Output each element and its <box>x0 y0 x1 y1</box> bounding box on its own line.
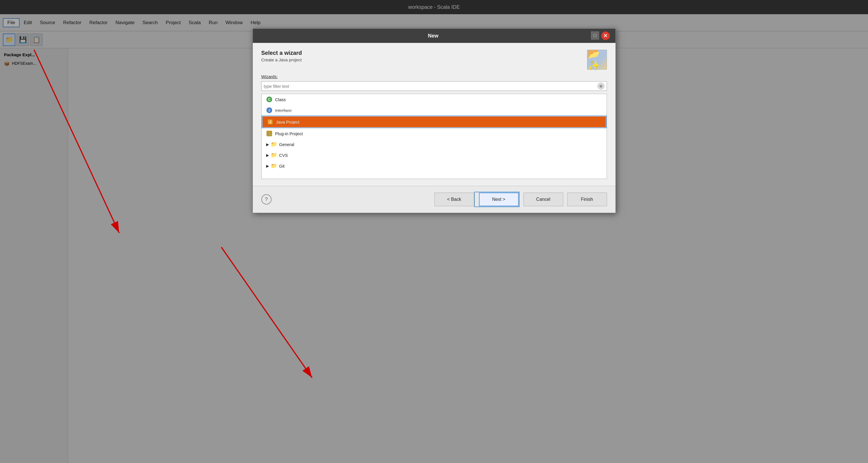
java-project-highlight: J Java Project <box>261 116 607 128</box>
wizard-item-plugin[interactable]: 🔧 Plug-in Project <box>261 128 607 139</box>
wizard-item-java-project[interactable]: J Java Project <box>262 116 606 127</box>
wizard-group-cvs[interactable]: ▶ 📁 CVS <box>261 150 607 161</box>
cancel-button[interactable]: Cancel <box>524 193 563 206</box>
class-label: Class <box>275 97 286 102</box>
new-wizard-dialog: New □ ✕ Select a wizard Create a Java pr… <box>252 28 616 213</box>
dialog-subheading: Create a Java project <box>261 57 302 62</box>
general-icon: 📁 <box>271 141 277 147</box>
filter-row: ⊗ <box>261 81 607 91</box>
git-icon: 📁 <box>271 163 277 169</box>
wizard-item-interface[interactable]: I Interface <box>261 105 607 116</box>
wizard-group-general[interactable]: ▶ 📁 General <box>261 139 607 150</box>
filter-input[interactable] <box>264 84 597 89</box>
finish-button[interactable]: Finish <box>567 193 607 206</box>
dialog-titlebar-controls: □ ✕ <box>591 31 610 40</box>
cvs-label: CVS <box>279 153 288 157</box>
svg-text:C: C <box>268 98 271 102</box>
wizard-item-class[interactable]: C Class <box>261 94 607 105</box>
svg-text:🔧: 🔧 <box>268 132 271 136</box>
java-project-icon: J <box>267 119 273 125</box>
wizard-group-git[interactable]: ▶ 📁 Git <box>261 161 607 171</box>
dialog-title: New <box>276 33 591 39</box>
dialog-titlebar: New □ ✕ <box>253 29 616 43</box>
cvs-icon: 📁 <box>271 152 277 158</box>
wizard-icon-glyph: 📂✨ <box>587 48 607 71</box>
dialog-footer: ? < Back Next > Cancel Finish <box>253 186 616 213</box>
dialog-heading: Select a wizard <box>261 50 302 56</box>
interface-icon: I <box>266 107 272 113</box>
dialog-maximize-btn[interactable]: □ <box>591 31 599 39</box>
wizard-list: C Class I Interface <box>261 94 607 179</box>
java-project-label: Java Project <box>276 120 300 124</box>
next-button-highlight: Next > <box>474 192 520 207</box>
interface-label: Interface <box>275 108 292 113</box>
main-area: Package Expl... 📦 HDFSExam... New □ ✕ <box>0 48 868 463</box>
modal-overlay: New □ ✕ Select a wizard Create a Java pr… <box>0 0 868 463</box>
plugin-icon: 🔧 <box>266 131 272 137</box>
git-arrow: ▶ <box>266 164 269 168</box>
svg-text:I: I <box>269 109 270 112</box>
plugin-label: Plug-in Project <box>275 131 303 136</box>
help-button[interactable]: ? <box>261 194 272 204</box>
svg-text:J: J <box>269 120 271 124</box>
wizard-icon: 📂✨ <box>587 50 607 69</box>
git-label: Git <box>279 164 285 169</box>
dialog-header-row: Select a wizard Create a Java project 📂✨ <box>261 50 607 69</box>
dialog-close-btn[interactable]: ✕ <box>601 31 610 40</box>
general-arrow: ▶ <box>266 142 269 147</box>
cvs-arrow: ▶ <box>266 153 269 157</box>
dialog-body: Select a wizard Create a Java project 📂✨… <box>253 43 616 186</box>
general-label: General <box>279 142 294 147</box>
filter-clear-btn[interactable]: ⊗ <box>597 83 604 89</box>
class-icon: C <box>266 96 272 103</box>
back-button[interactable]: < Back <box>434 193 474 206</box>
dialog-header-left: Select a wizard Create a Java project <box>261 50 302 62</box>
wizards-label: Wizards: <box>261 74 607 79</box>
next-button[interactable]: Next > <box>479 193 519 206</box>
help-icon: ? <box>265 197 268 203</box>
